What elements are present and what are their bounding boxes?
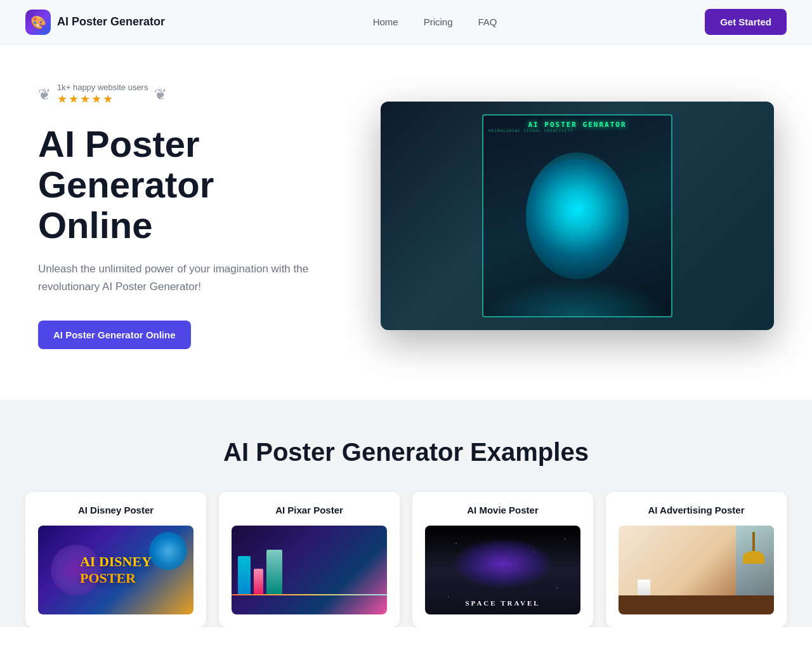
example-card-pixar[interactable]: AI Pixar Poster (219, 492, 400, 627)
pixar-card-title: AI Pixar Poster (232, 505, 387, 515)
example-card-advertising[interactable]: AI Advertising Poster (606, 492, 787, 627)
nav-link-home[interactable]: Home (373, 17, 398, 27)
ad-lamp (752, 532, 755, 564)
movie-card-image: SPACE TRAVEL (425, 526, 580, 614)
advertising-illustration (619, 526, 774, 614)
advertising-card-image (619, 526, 774, 614)
pixar-street (232, 594, 387, 595)
hero-subtitle: Unleash the unlimited power of your imag… (38, 260, 330, 295)
nav-links: Home Pricing FAQ (373, 17, 497, 27)
nav-link-faq[interactable]: FAQ (478, 17, 497, 27)
hero-cta-button[interactable]: AI Poster Generator Online (38, 321, 191, 349)
brain-visual (520, 159, 634, 286)
hero-section: ❦ 1k+ happy website users ★★★★★ ❦ AI Pos… (0, 44, 812, 400)
pixar-illustration (232, 526, 387, 614)
glow-floor (483, 278, 671, 316)
logo[interactable]: 🎨 AI Poster Generator (25, 10, 165, 35)
hero-image: AI POSTER GENRATOR REIMAGINING VISUAL CR… (381, 102, 774, 330)
movie-card-title: AI Movie Poster (425, 505, 580, 515)
examples-grid: AI Disney Poster AI DISNEYPOSTER AI Pixa… (25, 492, 787, 627)
get-started-button[interactable]: Get Started (705, 9, 787, 35)
ad-cup (638, 580, 650, 595)
hero-content: ❦ 1k+ happy website users ★★★★★ ❦ AI Pos… (38, 83, 330, 349)
hero-badge: ❦ 1k+ happy website users ★★★★★ ❦ (38, 83, 330, 106)
disney-card-title: AI Disney Poster (38, 505, 193, 515)
examples-section: AI Poster Generator Examples AI Disney P… (0, 400, 812, 627)
poster-subtitle: REIMAGINING VISUAL CREATIVITY (488, 128, 573, 133)
pixar-building-1 (238, 556, 251, 594)
logo-icon: 🎨 (25, 10, 51, 35)
laurel-left-icon: ❦ (38, 86, 51, 103)
laurel-right-icon: ❦ (154, 86, 167, 103)
poster-mockup: AI POSTER GENRATOR REIMAGINING VISUAL CR… (482, 114, 672, 317)
example-card-disney[interactable]: AI Disney Poster AI DISNEYPOSTER (25, 492, 206, 627)
movie-text-label: SPACE TRAVEL (465, 599, 540, 607)
nav-link-pricing[interactable]: Pricing (424, 17, 453, 27)
ad-table (619, 595, 774, 614)
disney-bubble-small (149, 532, 187, 570)
badge-content: 1k+ happy website users ★★★★★ (57, 83, 148, 106)
logo-text: AI Poster Generator (57, 15, 165, 29)
disney-illustration: AI DISNEYPOSTER (38, 526, 193, 614)
pixar-building-3 (266, 550, 282, 594)
badge-text: 1k+ happy website users (57, 83, 148, 92)
pixar-card-image (232, 526, 387, 614)
disney-text-label: AI DISNEYPOSTER (80, 554, 152, 587)
pixar-building-2 (254, 569, 263, 594)
disney-card-image: AI DISNEYPOSTER (38, 526, 193, 614)
movie-nebula (452, 538, 554, 589)
navbar: 🎨 AI Poster Generator Home Pricing FAQ G… (0, 0, 812, 44)
hero-title: AI Poster Generator Online (38, 124, 330, 245)
movie-illustration: SPACE TRAVEL (425, 526, 580, 614)
advertising-card-title: AI Advertising Poster (619, 505, 774, 515)
example-card-movie[interactable]: AI Movie Poster SPACE TRAVEL (412, 492, 593, 627)
examples-title: AI Poster Generator Examples (25, 438, 787, 467)
star-rating: ★★★★★ (57, 92, 148, 106)
